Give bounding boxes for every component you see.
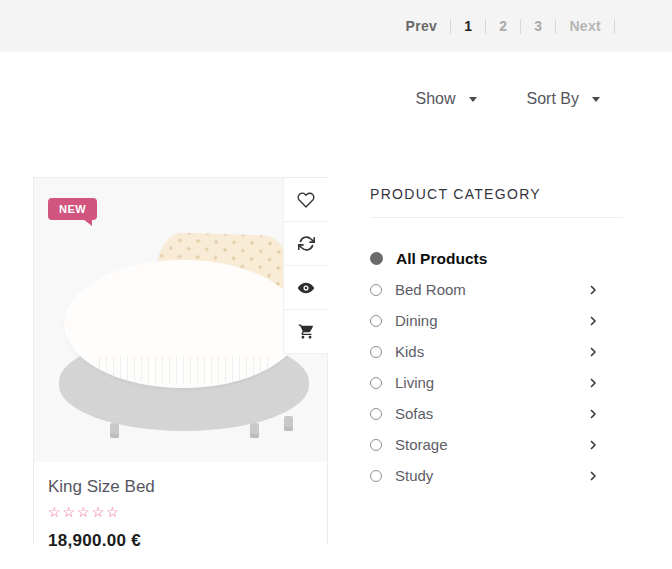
category-item-bed-room[interactable]: Bed Room — [370, 274, 623, 305]
chevron-right-icon — [587, 470, 599, 482]
wishlist-button[interactable] — [284, 178, 328, 222]
product-rating-stars: ☆☆☆☆☆ — [48, 504, 313, 520]
category-label: Bed Room — [395, 281, 466, 298]
chevron-right-icon — [587, 377, 599, 389]
pagination-page-1[interactable]: 1 — [464, 18, 472, 34]
chevron-right-icon — [587, 346, 599, 358]
category-item-living[interactable]: Living — [370, 367, 623, 398]
category-label: Storage — [395, 436, 448, 453]
cart-icon — [298, 323, 315, 340]
radio-icon — [370, 315, 382, 327]
pagination-page-3[interactable]: 3 — [534, 18, 542, 34]
sidebar-divider — [370, 217, 623, 218]
pagination-separator — [450, 19, 451, 34]
top-pagination-bar: Prev 1 2 3 Next — [0, 0, 672, 52]
pagination-separator — [614, 19, 615, 34]
radio-selected-icon — [370, 252, 383, 265]
compare-button[interactable] — [284, 222, 328, 266]
product-name-link[interactable]: King Size Bed — [48, 477, 313, 497]
chevron-right-icon — [587, 408, 599, 420]
category-label: Sofas — [395, 405, 433, 422]
quick-view-button[interactable] — [284, 266, 328, 310]
eye-icon — [297, 279, 315, 297]
category-item-all-products[interactable]: All Products — [370, 243, 623, 274]
bed-leg-shape — [250, 423, 259, 438]
chevron-right-icon — [587, 284, 599, 296]
radio-icon — [370, 284, 382, 296]
bed-product-illustration — [62, 234, 312, 440]
pagination-separator — [485, 19, 486, 34]
radio-icon — [370, 408, 382, 420]
pagination: Prev 1 2 3 Next — [406, 18, 628, 34]
show-dropdown[interactable]: Show — [416, 90, 477, 108]
pagination-prev-button[interactable]: Prev — [406, 18, 438, 34]
new-badge: NEW — [48, 198, 97, 220]
chevron-down-icon — [469, 97, 477, 102]
heart-icon — [297, 191, 315, 209]
pagination-page-2[interactable]: 2 — [499, 18, 507, 34]
category-item-study[interactable]: Study — [370, 460, 623, 491]
sort-by-dropdown-label: Sort By — [527, 90, 579, 108]
show-dropdown-label: Show — [416, 90, 456, 108]
product-price: 18,900.00 € — [48, 531, 313, 551]
category-item-storage[interactable]: Storage — [370, 429, 623, 460]
product-action-strip — [283, 178, 327, 354]
radio-icon — [370, 346, 382, 358]
radio-icon — [370, 470, 382, 482]
category-item-kids[interactable]: Kids — [370, 336, 623, 367]
pagination-separator — [520, 19, 521, 34]
pagination-next-button[interactable]: Next — [569, 18, 601, 34]
category-item-dining[interactable]: Dining — [370, 305, 623, 336]
chevron-right-icon — [587, 315, 599, 327]
bed-mattress-shape — [64, 260, 302, 388]
bed-leg-shape — [284, 416, 293, 431]
category-label: Kids — [395, 343, 424, 360]
pagination-separator — [555, 19, 556, 34]
product-info: King Size Bed ☆☆☆☆☆ 18,900.00 € — [34, 462, 327, 551]
product-image-link[interactable]: NEW — [34, 178, 327, 462]
category-label: Living — [395, 374, 434, 391]
product-card: NEW — [33, 177, 328, 545]
radio-icon — [370, 439, 382, 451]
chevron-down-icon — [592, 97, 600, 102]
bed-leg-shape — [110, 423, 119, 438]
category-label: Dining — [395, 312, 438, 329]
sidebar-title: PRODUCT CATEGORY — [370, 186, 623, 202]
sort-by-dropdown[interactable]: Sort By — [527, 90, 600, 108]
chevron-right-icon — [587, 439, 599, 451]
listing-toolbar: Show Sort By — [416, 90, 601, 108]
category-item-sofas[interactable]: Sofas — [370, 398, 623, 429]
category-list: All Products Bed Room Dining Kids L — [370, 243, 623, 491]
category-label: Study — [395, 467, 433, 484]
category-label: All Products — [396, 250, 487, 268]
radio-icon — [370, 377, 382, 389]
compare-icon — [298, 235, 315, 252]
add-to-cart-button[interactable] — [284, 310, 328, 354]
category-sidebar: PRODUCT CATEGORY All Products Bed Room D… — [370, 186, 623, 491]
